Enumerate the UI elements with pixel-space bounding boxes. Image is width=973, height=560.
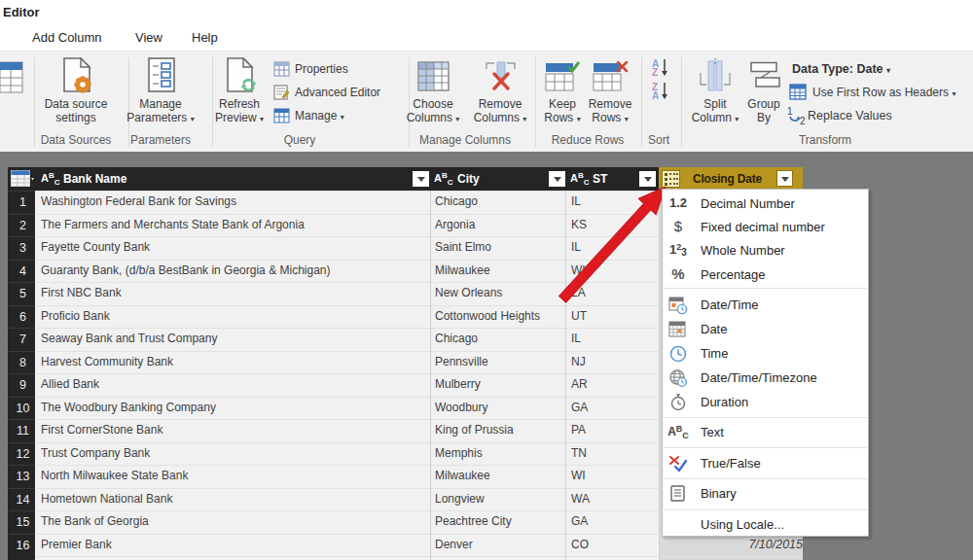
svg-text:1: 1 [787, 106, 793, 117]
svg-text:A: A [652, 90, 659, 101]
svg-text:2: 2 [800, 116, 806, 125]
svg-text:Z: Z [652, 67, 658, 78]
